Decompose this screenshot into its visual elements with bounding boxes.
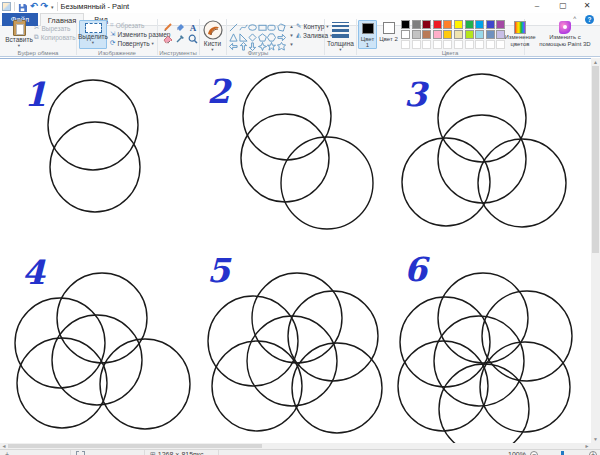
star-4-shape-icon[interactable] (258, 42, 267, 51)
zoom-out-button[interactable]: − (530, 451, 538, 455)
shape-fill-icon: ◭ (296, 31, 301, 39)
palette-swatch-#7f7f7f[interactable] (412, 20, 421, 29)
triangle-shape-icon[interactable] (229, 33, 238, 42)
drawing-canvas[interactable]: 123456 (0, 58, 591, 443)
palette-empty-slot[interactable] (496, 40, 505, 49)
edit-colors-button[interactable]: Изменение цветов (503, 21, 537, 47)
diamond-shape-icon[interactable] (248, 33, 257, 42)
hexagon-shape-icon[interactable] (267, 33, 276, 42)
color-picker-icon[interactable] (175, 33, 186, 44)
palette-swatch-#a349a4[interactable] (496, 20, 505, 29)
palette-swatch-#3f48cc[interactable] (486, 20, 495, 29)
shapes-more-icon[interactable]: ▼ (288, 42, 295, 47)
curve-shape-icon[interactable] (239, 23, 248, 32)
palette-empty-slot[interactable] (454, 40, 463, 49)
palette-empty-slot[interactable] (465, 40, 474, 49)
arrow-right-shape-icon[interactable] (277, 33, 286, 42)
paste-button[interactable]: Вставить ▾ (5, 20, 33, 48)
rectangle-shape-icon[interactable] (258, 23, 267, 32)
palette-swatch-#ed1c24[interactable] (433, 20, 442, 29)
zoom-in-button[interactable]: + (589, 451, 597, 455)
palette-swatch-#fff200[interactable] (454, 20, 463, 29)
copy-button[interactable]: ⧉ Копировать (34, 33, 76, 41)
paint-window: ↶ ↷ ▾ Безымянный - Paint – ▢ ✕ Файл Глав… (0, 0, 600, 455)
figure-4-circle (52, 315, 142, 405)
minimize-button[interactable]: – (526, 0, 548, 13)
undo-icon[interactable]: ↶ (30, 2, 38, 11)
palette-swatch-#c3c3c3[interactable] (412, 30, 421, 39)
scroll-down-icon[interactable]: ▼ (591, 435, 600, 443)
crop-button[interactable]: ⌗ Обрезать (110, 21, 144, 29)
shapes-scroll-down-icon[interactable]: ▼ (288, 33, 295, 38)
figure-6-circle (434, 316, 524, 406)
figure-5-circle (288, 291, 378, 381)
horizontal-scroll-thumb[interactable] (8, 444, 262, 448)
pentagon-shape-icon[interactable] (258, 33, 267, 42)
paint3d-button[interactable]: Изменить с помощью Paint 3D (537, 21, 593, 47)
palette-swatch-#ffc90e[interactable] (443, 30, 452, 39)
palette-empty-slot[interactable] (412, 40, 421, 49)
right-triangle-shape-icon[interactable] (239, 33, 248, 42)
figure-number-5: 5 (207, 251, 232, 290)
zoom-slider-thumb[interactable] (561, 451, 564, 455)
cut-button[interactable]: ✂ Вырезать (34, 24, 70, 32)
palette-swatch-#b97a57[interactable] (422, 30, 431, 39)
palette-swatch-#7092be[interactable] (486, 30, 495, 39)
paste-label: Вставить (5, 36, 33, 43)
arrow-up-shape-icon[interactable] (239, 42, 248, 51)
palette-swatch-#99d9ea[interactable] (475, 30, 484, 39)
palette-empty-slot[interactable] (422, 40, 431, 49)
scroll-up-icon[interactable]: ▲ (591, 58, 600, 66)
shape-outline-button[interactable]: ✎ Контур ▾ (296, 22, 329, 30)
eraser-icon[interactable] (162, 33, 173, 44)
text-icon[interactable]: A (187, 21, 198, 32)
vertical-scroll-thumb[interactable] (592, 66, 599, 253)
magnifier-icon[interactable] (187, 33, 198, 44)
maximize-button[interactable]: ▢ (552, 0, 574, 13)
brushes-button[interactable]: Кисти ▾ (201, 20, 224, 52)
qat-customize-icon[interactable]: ▾ (51, 4, 54, 10)
palette-swatch-#ffaec9[interactable] (433, 30, 442, 39)
palette-swatch-#b5e61d[interactable] (465, 30, 474, 39)
line-shape-icon[interactable] (229, 23, 238, 32)
palette-empty-slot[interactable] (475, 40, 484, 49)
palette-swatch-#00a2e8[interactable] (475, 20, 484, 29)
select-dropdown-icon: ▾ (92, 40, 94, 45)
arrow-left-shape-icon[interactable] (229, 42, 238, 51)
figure-3-circle (438, 74, 526, 162)
rounded-rectangle-shape-icon[interactable] (267, 23, 276, 32)
palette-empty-slot[interactable] (486, 40, 495, 49)
palette-swatch-#efe4b0[interactable] (454, 30, 463, 39)
ellipse-shape-icon[interactable] (248, 23, 257, 32)
size-label: Толщина (327, 40, 354, 47)
palette-swatch-#ff7f27[interactable] (443, 20, 452, 29)
select-button[interactable]: Выделить ▾ (79, 20, 107, 49)
palette-swatch-#c8bfe7[interactable] (496, 30, 505, 39)
figure-6-circle (398, 341, 488, 431)
palette-swatch-#ffffff[interactable] (401, 30, 410, 39)
palette-swatch-#000000[interactable] (401, 20, 410, 29)
palette-empty-slot[interactable] (443, 40, 452, 49)
svg-text:A: A (189, 22, 196, 32)
shapes-scroll-up-icon[interactable]: ▲ (288, 24, 295, 29)
size-button[interactable]: Толщина ▾ (330, 22, 351, 52)
rotate-button[interactable]: ⟳ Повернуть ▾ (110, 39, 154, 47)
fill-icon[interactable] (175, 21, 186, 32)
palette-swatch-#880015[interactable] (422, 20, 431, 29)
vertical-scrollbar[interactable]: ▲ ▼ (591, 58, 600, 443)
star-6-shape-icon[interactable] (277, 42, 286, 51)
figure-4-circle (57, 273, 147, 363)
palette-empty-slot[interactable] (433, 40, 442, 49)
pencil-icon[interactable] (162, 21, 173, 32)
palette-swatch-#22b14c[interactable] (465, 20, 474, 29)
color1-button[interactable]: Цвет 1 (358, 20, 377, 49)
group-separator (226, 19, 227, 55)
star-5-shape-icon[interactable] (267, 42, 276, 51)
polygon-shape-icon[interactable] (277, 23, 286, 32)
arrow-down-shape-icon[interactable] (248, 42, 257, 51)
redo-icon[interactable]: ↷ (41, 2, 49, 11)
color2-button[interactable]: Цвет 2 (379, 20, 398, 49)
close-button[interactable]: ✕ (576, 0, 598, 13)
palette-empty-slot[interactable] (401, 40, 410, 49)
shape-fill-button[interactable]: ◭ Заливка ▾ (296, 31, 332, 39)
